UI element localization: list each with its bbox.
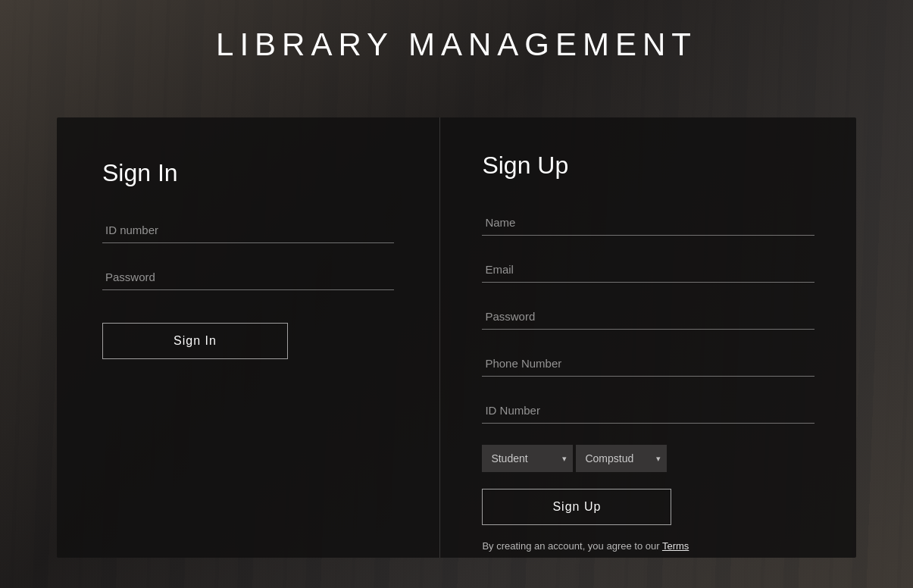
signup-email-input[interactable] [482, 257, 815, 283]
page-title: LIBRARY MANAGEMENT [0, 27, 913, 63]
signup-name-input[interactable] [482, 210, 815, 236]
signup-button[interactable]: Sign Up [482, 489, 671, 525]
sign-up-section: Sign Up Student Staff Admin ▾ [440, 117, 856, 558]
signin-id-input[interactable] [102, 217, 394, 243]
signup-name-group [482, 210, 815, 236]
dept-select-wrapper: Compstud IT CS Math ▾ [576, 445, 667, 472]
role-select-wrapper: Student Staff Admin ▾ [482, 445, 573, 472]
signin-password-input[interactable] [102, 264, 394, 290]
sign-in-title: Sign In [102, 159, 394, 187]
sign-up-title: Sign Up [482, 152, 815, 180]
role-select[interactable]: Student Staff Admin [482, 445, 573, 472]
signin-id-group [102, 217, 394, 243]
signup-password-input[interactable] [482, 304, 815, 330]
terms-link[interactable]: Terms [662, 540, 689, 552]
dept-select[interactable]: Compstud IT CS Math [576, 445, 667, 472]
signup-selects-row: Student Staff Admin ▾ Compstud IT CS Mat… [482, 445, 815, 472]
terms-text: By creating an account, you agree to our… [482, 540, 815, 552]
signup-phone-group [482, 351, 815, 377]
signup-idnumber-input[interactable] [482, 398, 815, 424]
signup-password-group [482, 304, 815, 330]
signup-idnumber-group [482, 398, 815, 424]
main-card: Sign In Sign In Sign Up [57, 117, 856, 558]
signup-email-group [482, 257, 815, 283]
signin-button[interactable]: Sign In [102, 323, 288, 359]
signin-password-group [102, 264, 394, 290]
sign-in-section: Sign In Sign In [57, 117, 440, 558]
signup-phone-input[interactable] [482, 351, 815, 377]
